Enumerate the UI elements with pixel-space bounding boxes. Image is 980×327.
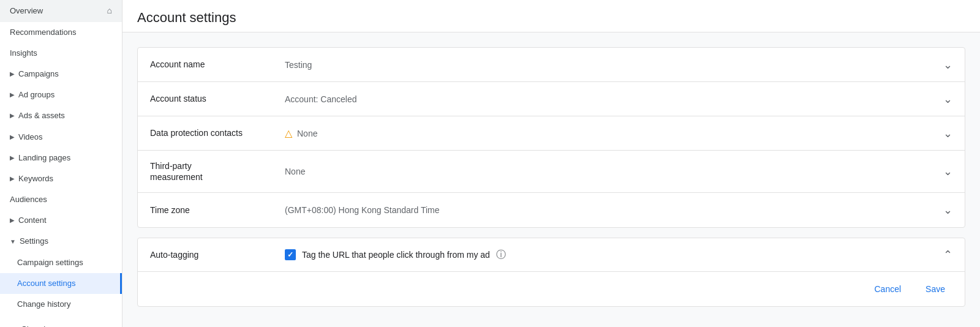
account-status-row[interactable]: Account status Account: Canceled ⌄ — [138, 82, 965, 116]
account-name-label: Account name — [150, 59, 285, 71]
data-protection-label: Data protection contacts — [150, 127, 285, 140]
chevron-down-icon: ⌄ — [943, 203, 952, 217]
sidebar-item-label: Overview — [10, 6, 43, 17]
chevron-right-icon: ▶ — [10, 111, 15, 120]
chevron-down-icon: ⌄ — [943, 165, 952, 178]
chevron-down-icon: ⌄ — [943, 127, 952, 140]
account-status-label: Account status — [150, 93, 285, 105]
chevron-right-icon: ▶ — [10, 216, 15, 225]
save-button[interactable]: Save — [918, 279, 952, 299]
sidebar-item-label: Videos — [18, 132, 43, 143]
account-status-value: Account: Canceled — [285, 94, 943, 104]
data-protection-value: △ None — [285, 127, 943, 139]
third-party-label: Third-partymeasurement — [150, 160, 285, 182]
sidebar-item-overview[interactable]: Overview ⌂ — [0, 0, 122, 22]
sidebar-item-ads-assets[interactable]: ▶ Ads & assets — [0, 105, 122, 126]
sidebar-item-label: Change history — [17, 299, 70, 310]
sidebar-item-label: Account settings — [17, 278, 75, 289]
time-zone-row[interactable]: Time zone (GMT+08:00) Hong Kong Standard… — [138, 193, 965, 227]
time-zone-value: (GMT+08:00) Hong Kong Standard Time — [285, 205, 943, 215]
chevron-up-icon: ⌃ — [943, 248, 952, 261]
chevron-down-icon: ▼ — [10, 238, 16, 246]
sidebar-item-keywords[interactable]: ▶ Keywords — [0, 168, 122, 189]
sidebar-item-insights[interactable]: Insights — [0, 43, 122, 64]
sidebar-item-label: Recommendations — [10, 27, 76, 38]
warning-triangle-icon: △ — [285, 127, 292, 139]
sidebar-item-label: Insights — [10, 48, 37, 59]
sidebar-item-account-settings[interactable]: Account settings — [0, 273, 122, 294]
cancel-button[interactable]: Cancel — [867, 279, 908, 299]
chevron-down-icon: ⌄ — [943, 58, 952, 72]
auto-tagging-row[interactable]: Auto-tagging Tag the URL that people cli… — [138, 238, 965, 272]
sidebar-item-label: Audiences — [10, 194, 47, 205]
content-area: Account name Testing ⌄ Account status Ac… — [123, 32, 980, 321]
chevron-right-icon: ▶ — [10, 154, 15, 162]
chevron-right-icon: ▶ — [10, 133, 15, 141]
help-icon[interactable]: ⓘ — [496, 249, 506, 261]
sidebar-item-label: Ads & assets — [18, 110, 65, 121]
sidebar-item-label: Content — [18, 215, 47, 226]
chevron-right-icon: ▶ — [10, 175, 15, 183]
sidebar-item-label: Landing pages — [18, 152, 70, 164]
page-header: Account settings — [123, 0, 980, 32]
sidebar-item-audiences[interactable]: Audiences — [0, 189, 122, 210]
data-protection-row[interactable]: Data protection contacts △ None ⌄ — [138, 116, 965, 151]
third-party-row[interactable]: Third-partymeasurement None ⌄ — [138, 151, 965, 193]
show-less-label: Show less — [21, 325, 58, 327]
sidebar-item-campaigns[interactable]: ▶ Campaigns — [0, 64, 122, 85]
settings-card: Account name Testing ⌄ Account status Ac… — [137, 47, 965, 228]
auto-tagging-checkbox[interactable] — [285, 249, 296, 260]
sidebar-item-landing-pages[interactable]: ▶ Landing pages — [0, 148, 122, 168]
auto-tagging-actions: Cancel Save — [138, 272, 965, 306]
sidebar-item-label: Campaign settings — [17, 257, 83, 268]
sidebar-item-label: Settings — [20, 236, 48, 247]
auto-tagging-card: Auto-tagging Tag the URL that people cli… — [137, 238, 965, 307]
sidebar-item-ad-groups[interactable]: ▶ Ad groups — [0, 85, 122, 105]
sidebar-item-change-history[interactable]: Change history — [0, 294, 122, 315]
chevron-down-icon: ⌄ — [943, 92, 952, 106]
auto-tagging-label: Auto-tagging — [150, 249, 285, 261]
sidebar-item-content[interactable]: ▶ Content — [0, 210, 122, 231]
sidebar-item-campaign-settings[interactable]: Campaign settings — [0, 252, 122, 273]
sidebar-item-label: Campaigns — [18, 69, 59, 80]
sidebar-item-label: Keywords — [18, 173, 53, 184]
time-zone-label: Time zone — [150, 205, 285, 217]
chevron-right-icon: ▶ — [10, 91, 15, 99]
account-name-value: Testing — [285, 60, 943, 70]
show-less-button[interactable]: — Show less — [0, 320, 122, 327]
dash-icon: — — [10, 325, 18, 327]
main-content: Account settings Account name Testing ⌄ … — [123, 0, 980, 327]
home-icon: ⌂ — [107, 5, 112, 17]
page-title: Account settings — [137, 10, 965, 26]
sidebar: Overview ⌂ Recommendations Insights ▶ Ca… — [0, 0, 123, 327]
account-name-row[interactable]: Account name Testing ⌄ — [138, 48, 965, 82]
data-protection-text: None — [297, 129, 317, 138]
chevron-right-icon: ▶ — [10, 70, 15, 78]
third-party-value: None — [285, 167, 943, 176]
auto-tagging-checkbox-label: Tag the URL that people click through fr… — [302, 250, 490, 260]
sidebar-item-videos[interactable]: ▶ Videos — [0, 127, 122, 148]
sidebar-item-settings[interactable]: ▼ Settings — [0, 231, 122, 252]
auto-tagging-content: Tag the URL that people click through fr… — [285, 249, 943, 261]
sidebar-item-label: Ad groups — [18, 89, 55, 100]
sidebar-item-recommendations[interactable]: Recommendations — [0, 22, 122, 43]
